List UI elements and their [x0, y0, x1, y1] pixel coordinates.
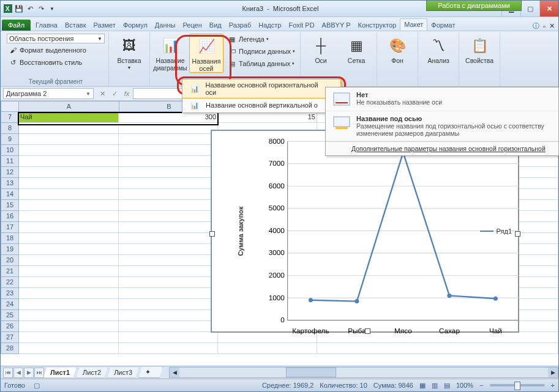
cancel-fx-icon[interactable]: ✕	[96, 87, 108, 100]
tab-pagelayout[interactable]: Размет	[90, 20, 119, 31]
cell[interactable]	[119, 299, 218, 310]
data-labels-button[interactable]: 🏷Подписи данных▾	[226, 46, 296, 57]
cell[interactable]	[119, 321, 218, 332]
cell[interactable]	[119, 123, 218, 134]
cell[interactable]	[19, 200, 119, 211]
cell[interactable]	[119, 189, 218, 200]
row-header[interactable]: 15	[1, 200, 19, 211]
axis-titles-button[interactable]: 📈Названия осей	[189, 34, 223, 73]
tab-abbyy[interactable]: ABBYY P	[318, 20, 355, 31]
fx-icon[interactable]: fx	[121, 87, 133, 100]
row-header[interactable]: 9	[1, 134, 19, 145]
maximize-button[interactable]: ▢	[520, 1, 539, 17]
cell[interactable]	[19, 288, 119, 299]
selection-field[interactable]: Область построения▼	[7, 34, 105, 43]
tab-foxit[interactable]: Foxit PD	[285, 20, 318, 31]
cell[interactable]	[119, 200, 218, 211]
row-header[interactable]: 26	[1, 321, 19, 332]
cell[interactable]	[119, 156, 218, 167]
tab-data[interactable]: Данны	[151, 20, 179, 31]
cell[interactable]	[317, 343, 558, 354]
sheet-tab-2[interactable]: Лист2	[76, 368, 108, 378]
cell[interactable]	[19, 332, 119, 343]
sheet-nav-prev-icon[interactable]: ◀	[13, 368, 23, 378]
cell[interactable]	[19, 134, 119, 145]
submenu-horizontal-axis-title[interactable]: 📊 Название основной горизонтальной оси ▸	[182, 79, 341, 98]
row-header[interactable]: 14	[1, 189, 19, 200]
cell[interactable]	[119, 211, 218, 222]
tab-formulas[interactable]: Формул	[119, 20, 151, 31]
view-layout-icon[interactable]: ▥	[432, 382, 438, 390]
row-header[interactable]: 16	[1, 211, 19, 222]
row-header[interactable]: 8	[1, 123, 19, 134]
legend-button[interactable]: ▦Легенда▾	[226, 34, 296, 45]
close-button[interactable]: ✕	[539, 1, 558, 17]
cell[interactable]	[119, 233, 218, 244]
name-box[interactable]: Диаграмма 2▼	[3, 88, 94, 99]
cell[interactable]	[19, 123, 119, 134]
scroll-left-icon[interactable]: ◀	[170, 368, 179, 377]
cell[interactable]: 300	[119, 112, 218, 123]
cell[interactable]	[19, 156, 119, 167]
cell[interactable]	[19, 299, 119, 310]
cell[interactable]	[119, 178, 218, 189]
tab-home[interactable]: Главна	[32, 20, 61, 31]
row-header[interactable]: 17	[1, 222, 19, 233]
select-all-corner[interactable]	[1, 101, 19, 112]
macro-record-icon[interactable]: ▢	[34, 382, 40, 390]
cell[interactable]	[119, 167, 218, 178]
sheet-tab-3[interactable]: Лист3	[107, 368, 139, 378]
cell[interactable]: 15	[218, 112, 317, 123]
tab-file[interactable]: Файл	[2, 20, 31, 31]
row-header[interactable]: 23	[1, 288, 19, 299]
tab-developer[interactable]: Разраб	[225, 20, 255, 31]
chart-title-button[interactable]: 📊Название диаграммы	[154, 34, 187, 72]
gridlines-button[interactable]: ▦Сетка	[340, 34, 373, 64]
option-none[interactable]: НетНе показывать название оси	[326, 87, 558, 111]
data-table-button[interactable]: ▤Таблица данных▾	[226, 58, 296, 69]
cell[interactable]	[19, 145, 119, 156]
submenu-vertical-axis-title[interactable]: 📊 Название основной вертикальной о	[182, 98, 340, 113]
row-header[interactable]: 27	[1, 332, 19, 343]
row-header[interactable]: 20	[1, 255, 19, 266]
tab-format[interactable]: Формат	[427, 20, 459, 31]
reset-style-button[interactable]: ↺Восстановить стиль	[7, 57, 105, 68]
row-header[interactable]: 21	[1, 266, 19, 277]
cell[interactable]	[19, 277, 119, 288]
analysis-button[interactable]: 〽Анализ	[422, 34, 455, 64]
row-header[interactable]: 24	[1, 299, 19, 310]
view-normal-icon[interactable]: ▦	[419, 382, 426, 390]
format-selection-button[interactable]: 🖌Формат выделенного	[7, 45, 105, 56]
cell[interactable]	[119, 332, 218, 343]
sheet-nav-last-icon[interactable]: ⏭	[34, 368, 44, 378]
minimize-ribbon-icon[interactable]: ▫	[543, 23, 546, 30]
insert-button[interactable]: 🖼Вставка▼	[113, 34, 146, 70]
option-title-below-axis[interactable]: Название под осьюРазмещение названия под…	[326, 111, 558, 141]
col-header-a[interactable]: A	[19, 101, 119, 112]
cell[interactable]	[119, 244, 218, 255]
zoom-slider[interactable]	[490, 384, 545, 386]
background-button[interactable]: 🎨Фон	[381, 34, 414, 64]
redo-icon[interactable]: ↷	[36, 4, 46, 13]
cell[interactable]	[218, 343, 317, 354]
axes-button[interactable]: ┼Оси	[304, 34, 337, 64]
cell[interactable]	[19, 222, 119, 233]
tab-layout[interactable]: Макет	[400, 18, 427, 31]
row-header[interactable]: 28	[1, 343, 19, 354]
mdi-close-icon[interactable]: ✕	[549, 22, 555, 30]
chart-legend[interactable]: Ряд1	[480, 227, 512, 235]
scrollbar-thumb[interactable]	[286, 368, 336, 377]
enter-fx-icon[interactable]: ✓	[108, 87, 121, 100]
zoom-in-icon[interactable]: +	[551, 382, 555, 389]
embedded-chart[interactable]: Сумма закупок 01000200030004000500060007…	[211, 130, 519, 332]
save-icon[interactable]: 💾	[14, 4, 24, 13]
row-header[interactable]: 10	[1, 145, 19, 156]
cell[interactable]	[119, 310, 218, 321]
zoom-level[interactable]: 100%	[456, 382, 473, 389]
cell[interactable]	[119, 134, 218, 145]
cell[interactable]	[119, 277, 218, 288]
option-more-parameters[interactable]: Дополнительные параметры названия основн…	[326, 141, 558, 155]
tab-design[interactable]: Конструктор	[354, 20, 400, 31]
row-header[interactable]: 25	[1, 310, 19, 321]
row-header[interactable]: 7	[1, 112, 19, 123]
